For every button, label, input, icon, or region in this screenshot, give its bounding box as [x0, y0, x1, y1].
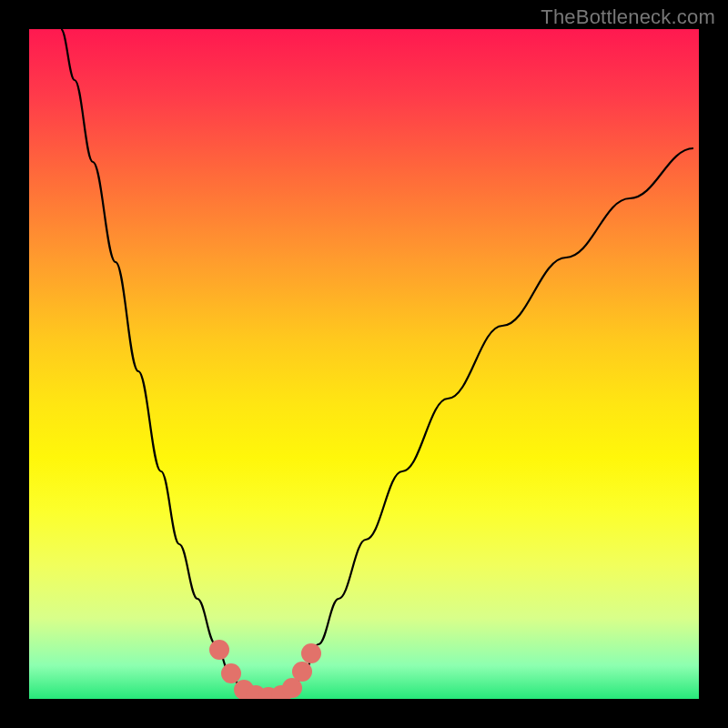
curve-left [61, 29, 243, 690]
watermark-text: TheBottleneck.com [541, 5, 715, 29]
trough-marker [221, 663, 241, 683]
trough-marker [301, 643, 321, 663]
plot-area [29, 29, 699, 699]
trough-marker [292, 662, 312, 682]
chart-svg [29, 29, 699, 699]
curve-right [293, 148, 693, 690]
trough-marker-group [209, 640, 321, 699]
trough-marker [209, 640, 229, 660]
